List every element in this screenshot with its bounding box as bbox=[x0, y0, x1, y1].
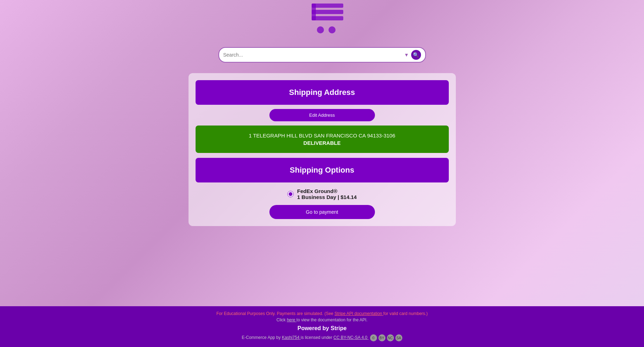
svg-rect-3 bbox=[312, 4, 316, 20]
svg-point-4 bbox=[317, 26, 324, 33]
stripe-api-docs-link[interactable]: Stripe API documentation bbox=[334, 311, 383, 316]
shipping-option-detail: 1 Business Day | $14.14 bbox=[297, 194, 357, 200]
footer-here-link[interactable]: here bbox=[287, 317, 296, 322]
footer-click-text: Click bbox=[276, 317, 287, 322]
edit-address-button[interactable]: Edit Address bbox=[269, 109, 375, 121]
shipping-option-row: FedEx Ground® 1 Business Day | $14.14 bbox=[196, 188, 449, 200]
footer: For Educational Purposes Only. Payments … bbox=[0, 306, 644, 347]
search-bar: ▼ 🔍 bbox=[218, 47, 426, 63]
shipping-option-label: FedEx Ground® 1 Business Day | $14.14 bbox=[297, 188, 357, 200]
deliverable-badge: DELIVERABLE bbox=[203, 140, 442, 146]
footer-license-mid: is licensed under bbox=[301, 335, 333, 340]
svg-rect-1 bbox=[312, 10, 343, 14]
top-area: ▼ 🔍 bbox=[0, 0, 644, 73]
search-button[interactable]: 🔍 bbox=[411, 50, 421, 60]
cc-icon: © bbox=[370, 334, 377, 341]
main-checkout-container: Shipping Address Edit Address 1 TELEGRAP… bbox=[189, 73, 456, 226]
address-display-box: 1 TELEGRAPH HILL BLVD SAN FRANCISCO CA 9… bbox=[196, 126, 449, 153]
nc-icon: NC bbox=[387, 334, 394, 341]
footer-license-icons: © BY NC SA bbox=[370, 334, 402, 341]
address-text: 1 TELEGRAPH HILL BLVD SAN FRANCISCO CA 9… bbox=[203, 133, 442, 139]
shipping-address-header: Shipping Address bbox=[196, 80, 449, 105]
footer-license-link[interactable]: CC BY-NC-SA 4.0 bbox=[333, 335, 369, 340]
footer-notice: For Educational Purposes Only. Payments … bbox=[7, 311, 637, 316]
edit-address-label: Edit Address bbox=[309, 113, 335, 118]
footer-click-line: Click here to view the documentation for… bbox=[7, 317, 637, 322]
footer-click-end: to view the documentation for the API. bbox=[297, 317, 368, 322]
search-icon: 🔍 bbox=[413, 52, 419, 58]
footer-notice-text: For Educational Purposes Only. Payments … bbox=[216, 311, 334, 316]
svg-point-5 bbox=[329, 26, 336, 33]
shipping-options-title: Shipping Options bbox=[290, 166, 354, 174]
stripe-api-docs-link-text: Stripe API documentation bbox=[334, 311, 382, 316]
search-input[interactable] bbox=[223, 52, 404, 58]
shipping-address-title: Shipping Address bbox=[289, 88, 355, 97]
go-to-payment-button[interactable]: Go to payment bbox=[269, 205, 375, 219]
footer-license-line: E-Commerce App by Kashi754 is licensed u… bbox=[7, 334, 637, 341]
go-to-payment-label: Go to payment bbox=[306, 209, 338, 215]
footer-author-link[interactable]: Kashi754 bbox=[282, 335, 300, 340]
footer-license-name: CC BY-NC-SA 4.0 bbox=[333, 335, 367, 340]
shipping-option-name: FedEx Ground® bbox=[297, 188, 337, 194]
filter-icon[interactable]: ▼ bbox=[404, 52, 409, 58]
logo-area bbox=[291, 4, 354, 44]
svg-rect-0 bbox=[312, 4, 343, 8]
shipping-option-radio[interactable] bbox=[287, 191, 294, 197]
footer-author-name: Kashi754 bbox=[282, 335, 299, 340]
svg-rect-2 bbox=[312, 16, 343, 20]
footer-here-link-text: here bbox=[287, 317, 295, 322]
cart-logo-icon bbox=[291, 4, 354, 42]
footer-license-text: E-Commerce App by bbox=[242, 335, 282, 340]
footer-powered-by: Powered by Stripe bbox=[7, 325, 637, 332]
by-icon: BY bbox=[378, 334, 385, 341]
shipping-options-header: Shipping Options bbox=[196, 158, 449, 182]
sa-icon: SA bbox=[395, 334, 402, 341]
footer-notice-end: for valid card numbers.) bbox=[383, 311, 428, 316]
search-bar-container: ▼ 🔍 bbox=[218, 47, 426, 63]
